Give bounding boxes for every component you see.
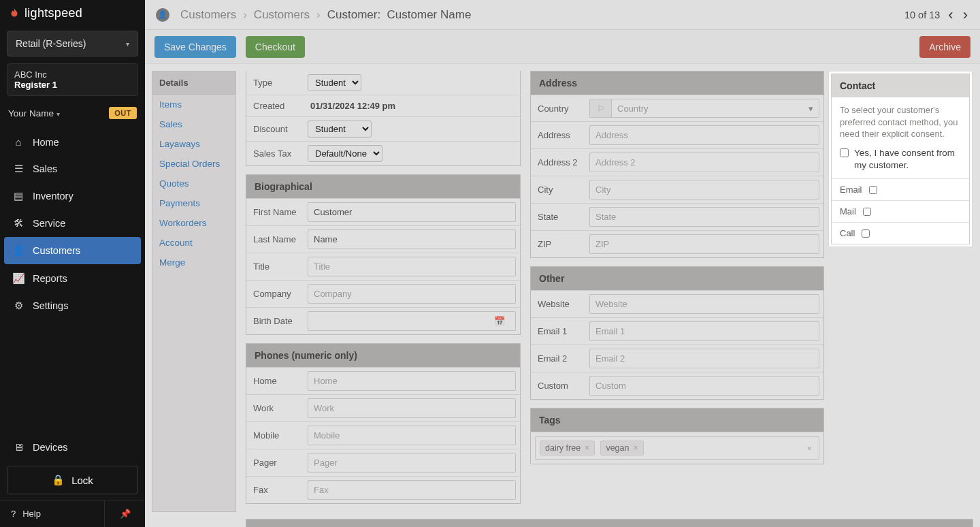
type-select[interactable]: Student [308,74,361,91]
archive-icon: ▤ [12,190,24,202]
help-button[interactable]: ?Help [0,500,104,527]
nav-reports[interactable]: 📈Reports [0,265,145,292]
pager-prev[interactable]: ‹ [947,7,954,22]
tab-account[interactable]: Account [152,233,235,253]
tab-payments[interactable]: Payments [152,193,235,213]
phones-panel: Phones (numeric only) Home Work Mobile P… [246,343,521,504]
tags-input[interactable]: dairy free× vegan× × [535,436,819,460]
tab-merge[interactable]: Merge [152,253,235,272]
type-label: Type [246,71,304,95]
tab-items[interactable]: Items [152,95,235,114]
work-label: Work [246,395,304,421]
address2-label: Address 2 [531,149,585,176]
product-selector[interactable]: Retail (R-Series) ▾ [7,31,138,57]
nav-devices[interactable]: 🖥Devices [0,434,145,460]
register-info[interactable]: ABC Inc Register 1 [7,63,138,96]
phones-head: Phones (numeric only) [246,344,520,367]
chevron-down-icon: ▾ [56,110,60,118]
fax-input[interactable] [308,480,516,500]
user-row[interactable]: Your Name ▾ OUT [0,100,145,126]
brand-text: lightspeed [24,6,82,20]
consent-label: Yes, I have consent from my customer. [854,147,961,172]
chart-icon: 📈 [12,272,24,285]
country-select[interactable]: ⚐Country▾ [589,99,819,118]
nav-customers[interactable]: 👤Customers [4,237,141,264]
clear-tags-icon[interactable]: × [806,443,815,453]
salestax-select[interactable]: Default/None [308,145,382,162]
city-input[interactable] [589,180,819,199]
address-head: Address [531,71,823,95]
save-button[interactable]: Save Changes [154,36,236,58]
lock-button[interactable]: 🔒Lock [7,466,138,494]
archive-button[interactable]: Archive [919,36,970,58]
home-label: Home [246,368,304,394]
tab-sales[interactable]: Sales [152,114,235,134]
home-phone-input[interactable] [308,371,516,391]
remove-tag-icon[interactable]: × [585,443,589,453]
pref-call-checkbox[interactable] [862,229,870,238]
last-label: Last Name [246,226,304,253]
nav-label: Reports [33,273,67,284]
tab-special-orders[interactable]: Special Orders [152,154,235,174]
nav-inventory[interactable]: ▤Inventory [0,182,145,210]
tabs-head: Details [152,71,235,95]
contact-highlight: Contact To select your customer's prefer… [829,71,972,246]
company-label: Company [246,281,304,307]
crumb-root[interactable]: Customers [180,8,236,22]
nav-settings[interactable]: ⚙Settings [0,292,145,319]
crumb-sub[interactable]: Customers [254,8,310,22]
pager-next[interactable]: › [962,7,969,22]
mobile-phone-input[interactable] [308,426,516,445]
pref-call: Call [832,222,969,244]
flag-icon: ⚐ [590,99,612,117]
address-label: Address [531,122,585,148]
pref-email-checkbox[interactable] [869,186,877,194]
discount-select[interactable]: Student [308,121,372,138]
nav-home[interactable]: ⌂Home [0,129,145,155]
zip-label: ZIP [531,231,585,257]
other-head: Other [531,267,823,290]
remove-tag-icon[interactable]: × [633,443,638,453]
pager-input[interactable] [308,453,516,473]
created-value: 01/31/2024 12:49 pm [308,101,395,111]
main-nav: ⌂Home ☰Sales ▤Inventory 🛠Service 👤Custom… [0,129,145,319]
contact-note: To select your customer's preferred cont… [832,97,969,144]
email2-input[interactable] [589,349,819,368]
gear-icon: ⚙ [12,300,24,312]
website-input[interactable] [589,294,819,314]
contact-head: Contact [832,74,969,97]
work-phone-input[interactable] [308,398,516,418]
tab-workorders[interactable]: Workorders [152,213,235,233]
custom-fields-panel: Custom Fields ⚙Settings Favorite Flavor … [246,519,973,527]
checkout-button[interactable]: Checkout [246,36,305,58]
tab-quotes[interactable]: Quotes [152,174,235,193]
tag-chip[interactable]: vegan× [600,441,643,456]
pref-label: Call [840,228,855,238]
birth-date-input[interactable] [308,311,516,331]
nav-sales[interactable]: ☰Sales [0,155,145,182]
custom-input[interactable] [589,376,819,396]
email1-input[interactable] [589,321,819,341]
nav-service[interactable]: 🛠Service [0,210,145,236]
tab-layaways[interactable]: Layaways [152,134,235,154]
pref-mail-checkbox[interactable] [863,208,871,216]
title-input[interactable] [308,257,516,276]
address-input[interactable] [589,125,819,145]
company-input[interactable] [308,284,516,304]
nav-label: Customers [33,245,80,256]
state-input[interactable] [589,207,819,227]
user-icon: 👤 [12,244,24,257]
website-label: Website [531,291,585,317]
last-name-input[interactable] [308,229,516,249]
wrench-icon: 🛠 [12,217,24,229]
clock-status-badge[interactable]: OUT [109,107,137,119]
tag-chip[interactable]: dairy free× [540,441,595,456]
zip-input[interactable] [589,234,819,254]
tags-head: Tags [531,409,823,432]
mobile-label: Mobile [246,422,304,449]
pin-button[interactable]: 📌 [104,500,145,527]
first-name-input[interactable] [308,202,516,222]
address-panel: Address Country⚐Country▾ Address Address… [530,71,824,258]
address2-input[interactable] [589,153,819,172]
consent-checkbox[interactable] [840,148,849,157]
